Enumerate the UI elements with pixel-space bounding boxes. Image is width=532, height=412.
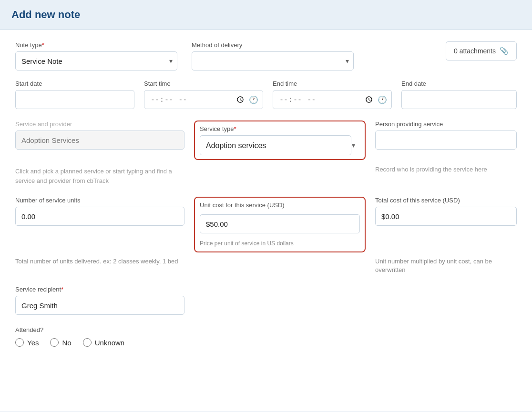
service-provider-input[interactable]: [15, 131, 184, 150]
person-providing-group: Person providing service: [375, 121, 517, 150]
end-time-label: End time: [273, 80, 392, 87]
total-cost-hint: Unit number multiplied by unit cost, can…: [375, 257, 517, 274]
top-row-left: Note type* Service Note ▾ Method of deli…: [15, 41, 354, 70]
total-cost-label: Total cost of this service (USD): [375, 197, 517, 204]
total-cost-hint-container: Unit number multiplied by unit cost, can…: [375, 255, 517, 274]
unit-cost-hint-spacer: [194, 255, 366, 274]
radio-no-text: No: [62, 339, 71, 347]
num-service-units-hint: Total number of units delivered. ex: 2 c…: [15, 257, 184, 266]
service-provider-hint-container: Click and pick a planned service or star…: [15, 163, 184, 185]
page-title: Add new note: [11, 9, 521, 21]
person-providing-label: Person providing service: [375, 121, 517, 128]
service-recipient-input[interactable]: [15, 296, 184, 315]
method-of-delivery-select[interactable]: [192, 51, 354, 70]
unit-cost-input[interactable]: [200, 214, 360, 233]
attended-group: Attended? Yes No Unknown: [15, 326, 517, 347]
method-of-delivery-group: Method of delivery ▾: [192, 41, 354, 70]
end-date-input[interactable]: [401, 90, 517, 109]
service-type-select-wrapper: Adoption services ▾: [200, 135, 360, 155]
radio-no-label[interactable]: No: [50, 338, 71, 347]
service-provider-row: Service and provider Service type* Adopt…: [15, 121, 517, 160]
start-time-input[interactable]: [144, 90, 263, 109]
cost-hints-row: Total number of units delivered. ex: 2 c…: [15, 255, 517, 274]
service-type-group: Service type* Adoption services ▾: [200, 125, 360, 155]
note-type-label: Note type*: [15, 41, 177, 49]
radio-unknown-text: Unknown: [95, 339, 125, 347]
attended-label: Attended?: [15, 326, 517, 333]
attended-radio-group: Yes No Unknown: [15, 338, 517, 347]
start-date-label: Start date: [15, 80, 134, 87]
end-date-group: End date: [401, 80, 517, 109]
date-time-row: Start date Start time 🕐 End time 🕐 End d…: [15, 80, 517, 109]
service-row-inner: Service and provider Service type* Adopt…: [15, 121, 517, 160]
service-type-chevron-icon: ▾: [352, 141, 355, 149]
total-cost-group: Total cost of this service (USD): [375, 197, 517, 226]
service-recipient-group: Service recipient*: [15, 286, 184, 315]
form-container: Note type* Service Note ▾ Method of deli…: [0, 30, 532, 411]
note-type-select-wrapper: Service Note ▾: [15, 51, 177, 70]
start-date-input[interactable]: [15, 90, 134, 109]
attachments-button[interactable]: 0 attachments 📎: [446, 41, 517, 60]
radio-no-input[interactable]: [50, 338, 59, 347]
service-type-label: Service type*: [200, 125, 360, 132]
page-header: Add new note: [0, 0, 532, 30]
radio-unknown-label[interactable]: Unknown: [83, 338, 125, 347]
paperclip-icon: 📎: [500, 47, 509, 55]
cost-row: Number of service units Unit cost for th…: [15, 197, 517, 252]
method-of-delivery-select-wrapper: ▾: [192, 51, 354, 70]
end-time-group: End time 🕐: [273, 80, 392, 109]
person-providing-hint: Record who is providing the service here: [375, 166, 517, 173]
service-type-highlighted-box: Service type* Adoption services ▾: [194, 121, 366, 160]
radio-unknown-input[interactable]: [83, 338, 92, 347]
top-row: Note type* Service Note ▾ Method of deli…: [15, 41, 517, 70]
start-time-group: Start time 🕐: [144, 80, 263, 109]
num-service-units-group: Number of service units: [15, 197, 184, 226]
service-hints-row: Click and pick a planned service or star…: [15, 163, 517, 185]
end-date-label: End date: [401, 80, 517, 87]
unit-cost-group: Unit cost for this service (USD) Price p…: [200, 201, 360, 247]
end-time-input[interactable]: [273, 90, 392, 109]
unit-cost-label: Unit cost for this service (USD): [200, 201, 360, 209]
radio-yes-input[interactable]: [15, 338, 24, 347]
service-provider-group: Service and provider: [15, 121, 184, 150]
start-time-label: Start time: [144, 80, 263, 87]
attachments-label: 0 attachments: [454, 47, 496, 55]
start-date-group: Start date: [15, 80, 134, 109]
start-time-wrapper: 🕐: [144, 90, 263, 109]
num-service-units-input[interactable]: [15, 207, 184, 226]
service-type-select[interactable]: Adoption services: [200, 135, 351, 155]
person-providing-hint-container: Record who is providing the service here: [375, 163, 517, 185]
note-type-select[interactable]: Service Note: [15, 51, 177, 70]
radio-yes-label[interactable]: Yes: [15, 338, 39, 347]
note-type-group: Note type* Service Note ▾: [15, 41, 177, 70]
method-of-delivery-label: Method of delivery: [192, 41, 354, 49]
num-service-units-label: Number of service units: [15, 197, 184, 204]
service-recipient-label: Service recipient*: [15, 286, 184, 293]
service-provider-label: Service and provider: [15, 121, 184, 128]
person-providing-input[interactable]: [375, 131, 517, 150]
service-type-spacer: [194, 163, 366, 185]
service-provider-hint: Click and pick a planned service or star…: [15, 167, 177, 185]
radio-yes-text: Yes: [27, 339, 39, 347]
end-time-wrapper: 🕐: [273, 90, 392, 109]
num-units-hint-container: Total number of units delivered. ex: 2 c…: [15, 255, 184, 274]
total-cost-input[interactable]: [375, 207, 517, 226]
unit-cost-hint: Price per unit of service in US dollars: [200, 240, 360, 247]
unit-cost-highlighted-box: Unit cost for this service (USD) Price p…: [194, 197, 366, 252]
